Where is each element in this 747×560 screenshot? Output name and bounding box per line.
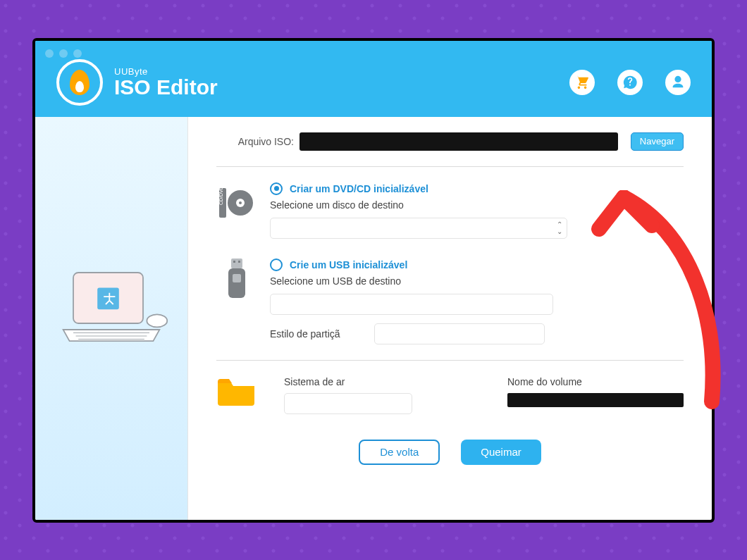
svg-text:CD/DVD: CD/DVD (218, 186, 223, 205)
browse-button[interactable]: Navegar (631, 132, 684, 151)
usb-icon (216, 259, 257, 299)
volume-name-field: Nome do volume (507, 376, 684, 414)
app-title: UUByte ISO Editor (114, 66, 218, 98)
cart-icon (574, 75, 590, 90)
filesystem-field: Sistema de ar (284, 376, 412, 414)
traffic-dot-zoom[interactable] (73, 49, 82, 58)
radio-usb[interactable] (270, 259, 283, 271)
dvd-destination-select[interactable]: ⌃⌄ (270, 218, 567, 239)
svg-point-5 (147, 314, 167, 327)
separator-2 (216, 360, 684, 361)
account-button[interactable] (665, 70, 691, 95)
svg-point-10 (239, 201, 242, 204)
cart-button[interactable] (569, 70, 595, 95)
app-logo: UUByte ISO Editor (56, 59, 218, 106)
folder-icon (216, 376, 256, 414)
option-usb-label: Crie um USB inicializável (290, 259, 407, 270)
svg-rect-14 (228, 268, 245, 298)
svg-rect-12 (233, 261, 235, 263)
help-icon (622, 75, 638, 90)
option-dvd-label: Criar um DVD/CD inicializável (290, 183, 428, 194)
traffic-dot-close[interactable] (45, 49, 54, 58)
action-buttons: De volta Queimar (216, 440, 684, 465)
disc-icon: CD/DVD (216, 182, 257, 223)
burn-button[interactable]: Queimar (461, 440, 541, 465)
partition-style-label: Estilo de partiçã (270, 328, 369, 340)
svg-rect-15 (233, 274, 241, 282)
titlebar: UUByte ISO Editor (35, 41, 712, 117)
chevron-updown-icon: ⌃⌄ (557, 221, 562, 235)
traffic-dot-minimize[interactable] (59, 49, 68, 58)
option-dvd: CD/DVD Criar um DVD/CD inicializável Sel… (216, 182, 684, 239)
option-usb: Crie um USB inicializável Selecione um U… (216, 259, 684, 344)
app-window: UUByte ISO Editor (32, 38, 715, 523)
usb-destination-select[interactable] (270, 294, 553, 315)
app-name: ISO Editor (114, 77, 218, 98)
header-actions (569, 70, 691, 95)
radio-dvd[interactable] (270, 182, 283, 195)
svg-rect-1 (97, 287, 119, 309)
filesystem-label: Sistema de ar (284, 376, 412, 387)
main-panel: Arquivo ISO: Navegar document.querySelec… (188, 117, 712, 520)
sidebar (35, 117, 188, 520)
app-body: Arquivo ISO: Navegar document.querySelec… (35, 117, 712, 520)
mac-traffic-lights (45, 49, 82, 58)
laptop-illustration (48, 254, 175, 383)
flame-icon (56, 59, 103, 106)
volume-name-label: Nome do volume (507, 376, 684, 387)
svg-rect-13 (238, 261, 240, 263)
bottom-settings: Sistema de ar Nome do volume (216, 376, 684, 414)
help-button[interactable] (617, 70, 643, 95)
partition-style-select[interactable] (374, 323, 545, 344)
iso-file-path-input[interactable] (300, 132, 618, 151)
separator (216, 166, 684, 167)
option-usb-subtitle: Selecione um USB de destino (270, 275, 684, 287)
svg-rect-11 (231, 259, 242, 268)
iso-file-row: Arquivo ISO: Navegar document.querySelec… (216, 132, 684, 151)
volume-name-input[interactable] (507, 393, 684, 407)
back-button[interactable]: De volta (359, 440, 440, 465)
option-dvd-subtitle: Selecione um disco de destino (270, 199, 684, 211)
user-icon (670, 75, 686, 90)
filesystem-select[interactable] (284, 393, 412, 414)
iso-file-label: Arquivo ISO: (216, 136, 300, 147)
